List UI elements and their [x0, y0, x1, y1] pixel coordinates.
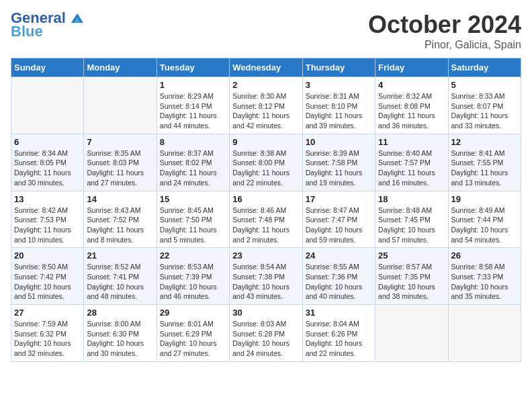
- day-info: Sunrise: 8:31 AMSunset: 8:10 PMDaylight:…: [306, 91, 372, 131]
- calendar-cell: 22Sunrise: 8:53 AMSunset: 7:39 PMDayligh…: [157, 248, 229, 305]
- day-info: Sunrise: 8:35 AMSunset: 8:03 PMDaylight:…: [87, 148, 153, 188]
- calendar-cell: 9Sunrise: 8:38 AMSunset: 8:00 PMDaylight…: [230, 134, 302, 191]
- day-info: Sunrise: 8:43 AMSunset: 7:52 PMDaylight:…: [87, 205, 153, 245]
- calendar-cell: 3Sunrise: 8:31 AMSunset: 8:10 PMDaylight…: [302, 77, 375, 134]
- day-info: Sunrise: 8:47 AMSunset: 7:47 PMDaylight:…: [306, 205, 372, 245]
- month-title: October 2024: [368, 11, 521, 39]
- calendar-cell: 24Sunrise: 8:55 AMSunset: 7:36 PMDayligh…: [302, 248, 375, 305]
- day-info: Sunrise: 8:42 AMSunset: 7:53 PMDaylight:…: [14, 205, 81, 245]
- calendar-cell: 20Sunrise: 8:50 AMSunset: 7:42 PMDayligh…: [11, 248, 84, 305]
- day-number: 6: [14, 137, 81, 147]
- calendar-cell: 27Sunrise: 7:59 AMSunset: 6:32 PMDayligh…: [11, 305, 84, 362]
- day-number: 13: [14, 194, 81, 204]
- day-info: Sunrise: 8:54 AMSunset: 7:38 PMDaylight:…: [232, 262, 299, 302]
- calendar-cell: 25Sunrise: 8:57 AMSunset: 7:35 PMDayligh…: [375, 248, 448, 305]
- calendar-cell: 7Sunrise: 8:35 AMSunset: 8:03 PMDaylight…: [84, 134, 157, 191]
- day-info: Sunrise: 8:33 AMSunset: 8:07 PMDaylight:…: [451, 91, 518, 131]
- day-number: 22: [160, 250, 226, 261]
- day-info: Sunrise: 8:04 AMSunset: 6:26 PMDaylight:…: [306, 319, 372, 359]
- day-info: Sunrise: 8:53 AMSunset: 7:39 PMDaylight:…: [160, 262, 226, 302]
- day-number: 25: [378, 250, 445, 261]
- weekday-header-thursday: Thursday: [302, 58, 375, 77]
- calendar-cell: [375, 305, 448, 362]
- day-info: Sunrise: 8:40 AMSunset: 7:57 PMDaylight:…: [378, 148, 445, 188]
- calendar-cell: 8Sunrise: 8:37 AMSunset: 8:02 PMDaylight…: [157, 134, 229, 191]
- weekday-header-saturday: Saturday: [448, 58, 521, 77]
- calendar-cell: 17Sunrise: 8:47 AMSunset: 7:47 PMDayligh…: [302, 191, 375, 248]
- calendar-cell: 12Sunrise: 8:41 AMSunset: 7:55 PMDayligh…: [448, 134, 521, 191]
- day-info: Sunrise: 8:03 AMSunset: 6:28 PMDaylight:…: [232, 319, 299, 359]
- calendar-cell: [84, 77, 157, 134]
- day-info: Sunrise: 8:00 AMSunset: 6:30 PMDaylight:…: [87, 319, 153, 359]
- day-number: 30: [232, 308, 299, 318]
- day-number: 28: [87, 308, 153, 318]
- day-number: 17: [306, 194, 372, 204]
- logo: General Blue: [11, 11, 83, 40]
- day-info: Sunrise: 8:48 AMSunset: 7:45 PMDaylight:…: [378, 205, 445, 245]
- day-number: 7: [87, 137, 153, 147]
- day-info: Sunrise: 8:39 AMSunset: 7:58 PMDaylight:…: [306, 148, 372, 188]
- calendar-cell: 23Sunrise: 8:54 AMSunset: 7:38 PMDayligh…: [230, 248, 302, 305]
- day-number: 23: [232, 250, 299, 261]
- day-number: 16: [232, 194, 299, 204]
- day-number: 10: [306, 137, 372, 147]
- day-info: Sunrise: 8:58 AMSunset: 7:33 PMDaylight:…: [451, 262, 518, 302]
- day-number: 3: [306, 80, 372, 90]
- day-info: Sunrise: 8:46 AMSunset: 7:48 PMDaylight:…: [232, 205, 299, 245]
- calendar-cell: 31Sunrise: 8:04 AMSunset: 6:26 PMDayligh…: [302, 305, 375, 362]
- day-info: Sunrise: 8:01 AMSunset: 6:29 PMDaylight:…: [160, 319, 226, 359]
- calendar-cell: 30Sunrise: 8:03 AMSunset: 6:28 PMDayligh…: [230, 305, 302, 362]
- day-number: 14: [87, 194, 153, 204]
- weekday-header-friday: Friday: [375, 58, 448, 77]
- calendar-cell: 19Sunrise: 8:49 AMSunset: 7:44 PMDayligh…: [448, 191, 521, 248]
- weekday-header-wednesday: Wednesday: [230, 58, 302, 77]
- calendar-cell: 2Sunrise: 8:30 AMSunset: 8:12 PMDaylight…: [230, 77, 302, 134]
- calendar-cell: 16Sunrise: 8:46 AMSunset: 7:48 PMDayligh…: [230, 191, 302, 248]
- day-info: Sunrise: 7:59 AMSunset: 6:32 PMDaylight:…: [14, 319, 81, 359]
- day-number: 15: [160, 194, 226, 204]
- weekday-header-monday: Monday: [84, 58, 157, 77]
- day-number: 2: [232, 80, 299, 90]
- calendar-cell: 14Sunrise: 8:43 AMSunset: 7:52 PMDayligh…: [84, 191, 157, 248]
- calendar-cell: 21Sunrise: 8:52 AMSunset: 7:41 PMDayligh…: [84, 248, 157, 305]
- calendar-cell: 4Sunrise: 8:32 AMSunset: 8:08 PMDaylight…: [375, 77, 448, 134]
- day-number: 18: [378, 194, 445, 204]
- day-info: Sunrise: 8:37 AMSunset: 8:02 PMDaylight:…: [160, 148, 226, 188]
- calendar-cell: 26Sunrise: 8:58 AMSunset: 7:33 PMDayligh…: [448, 248, 521, 305]
- calendar-cell: 18Sunrise: 8:48 AMSunset: 7:45 PMDayligh…: [375, 191, 448, 248]
- calendar-cell: 28Sunrise: 8:00 AMSunset: 6:30 PMDayligh…: [84, 305, 157, 362]
- calendar-cell: [448, 305, 521, 362]
- day-number: 31: [306, 308, 372, 318]
- day-info: Sunrise: 8:41 AMSunset: 7:55 PMDaylight:…: [451, 148, 518, 188]
- calendar-table: SundayMondayTuesdayWednesdayThursdayFrid…: [11, 58, 521, 362]
- calendar-cell: 29Sunrise: 8:01 AMSunset: 6:29 PMDayligh…: [157, 305, 229, 362]
- day-number: 4: [378, 80, 445, 90]
- day-info: Sunrise: 8:49 AMSunset: 7:44 PMDaylight:…: [451, 205, 518, 245]
- day-number: 8: [160, 137, 226, 147]
- calendar-cell: 10Sunrise: 8:39 AMSunset: 7:58 PMDayligh…: [302, 134, 375, 191]
- day-number: 11: [378, 137, 445, 147]
- day-info: Sunrise: 8:52 AMSunset: 7:41 PMDaylight:…: [87, 262, 153, 302]
- header: General Blue October 2024 Pinor, Galicia…: [11, 11, 521, 51]
- day-info: Sunrise: 8:30 AMSunset: 8:12 PMDaylight:…: [232, 91, 299, 131]
- day-number: 1: [160, 80, 226, 90]
- day-info: Sunrise: 8:32 AMSunset: 8:08 PMDaylight:…: [378, 91, 445, 131]
- day-info: Sunrise: 8:50 AMSunset: 7:42 PMDaylight:…: [14, 262, 81, 302]
- title-area: October 2024 Pinor, Galicia, Spain: [368, 11, 521, 51]
- day-info: Sunrise: 8:34 AMSunset: 8:05 PMDaylight:…: [14, 148, 81, 188]
- location-title: Pinor, Galicia, Spain: [368, 39, 521, 51]
- day-number: 5: [451, 80, 518, 90]
- day-number: 21: [87, 250, 153, 261]
- day-number: 29: [160, 308, 226, 318]
- calendar-cell: [11, 77, 84, 134]
- weekday-header-sunday: Sunday: [11, 58, 84, 77]
- weekday-header-tuesday: Tuesday: [157, 58, 229, 77]
- day-number: 27: [14, 308, 81, 318]
- day-info: Sunrise: 8:38 AMSunset: 8:00 PMDaylight:…: [232, 148, 299, 188]
- calendar-cell: 1Sunrise: 8:29 AMSunset: 8:14 PMDaylight…: [157, 77, 229, 134]
- day-number: 26: [451, 250, 518, 261]
- day-number: 12: [451, 137, 518, 147]
- calendar-cell: 13Sunrise: 8:42 AMSunset: 7:53 PMDayligh…: [11, 191, 84, 248]
- day-number: 24: [306, 250, 372, 261]
- day-info: Sunrise: 8:57 AMSunset: 7:35 PMDaylight:…: [378, 262, 445, 302]
